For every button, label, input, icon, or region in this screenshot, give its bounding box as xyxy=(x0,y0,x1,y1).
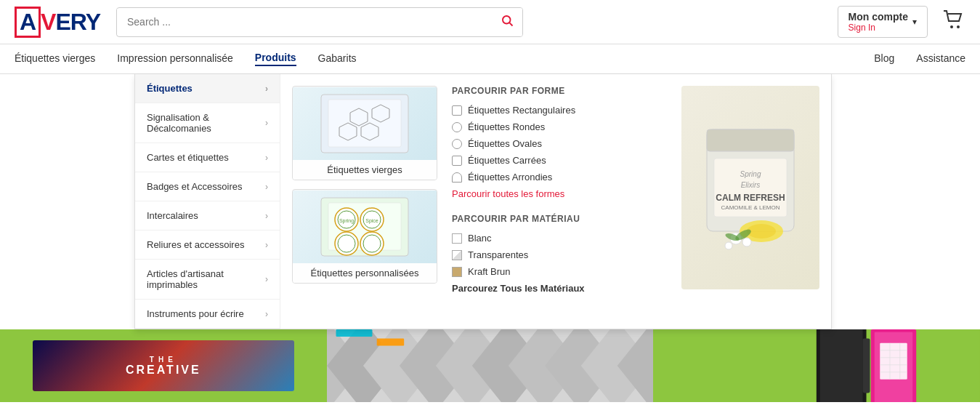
browse-forme-arrondies[interactable]: Étiquettes Arrondies xyxy=(452,172,667,183)
swatch-trans-icon xyxy=(452,250,462,260)
browse-forme-rectangulaires[interactable]: Étiquettes Rectangulaires xyxy=(452,105,667,116)
svg-rect-51 xyxy=(820,329,863,402)
etiquettes-custom-svg: Spring Spice xyxy=(314,194,416,260)
svg-text:Spice: Spice xyxy=(365,218,378,224)
chevron-right-icon: › xyxy=(265,153,268,163)
nav-impression[interactable]: Impression personnalisée xyxy=(117,52,233,65)
browse-materiau-transparentes[interactable]: Transparentes xyxy=(452,249,667,260)
signin-label: Sign In xyxy=(849,23,875,33)
account-text: Mon compte Sign In xyxy=(849,11,908,33)
geo-svg xyxy=(327,329,654,402)
chevron-right-icon: › xyxy=(265,118,268,128)
account-button[interactable]: Mon compte Sign In ▾ xyxy=(838,6,928,38)
sidebar-item-reliures[interactable]: Reliures et accessoires › xyxy=(135,230,280,260)
sidebar-item-intercalaires[interactable]: Intercalaires › xyxy=(135,201,280,230)
nav-bar: Étiquettes vierges Impression personnali… xyxy=(0,44,980,74)
banner-geo[interactable] xyxy=(327,329,654,402)
svg-rect-23 xyxy=(707,129,794,151)
banner-creative-text: CREATIVE xyxy=(126,364,201,377)
browse-materiau-blanc[interactable]: Blanc xyxy=(452,233,667,244)
svg-point-27 xyxy=(742,238,751,246)
browse-item-label: Transparentes xyxy=(468,249,528,260)
header: A VERY Mon compte Sign In ▾ xyxy=(0,0,980,44)
svg-point-28 xyxy=(725,242,732,249)
browse-forme-ovales[interactable]: Étiquettes Ovales xyxy=(452,138,667,149)
sidebar: Étiquettes › Signalisation & Décalcomani… xyxy=(135,74,280,329)
product-tile-custom[interactable]: Spring Spice Étiquettes personnalisées xyxy=(292,189,437,284)
svg-text:Elixirs: Elixirs xyxy=(741,181,761,189)
nav-right: Blog Assistance xyxy=(874,52,965,65)
chevron-down-icon: ▾ xyxy=(912,17,917,27)
parcourir-toutes-formes-link[interactable]: Parcourir toutes les formes xyxy=(452,188,667,199)
sidebar-item-badges[interactable]: Badges et Accessoires › xyxy=(135,172,280,201)
chevron-right-icon: › xyxy=(265,274,268,284)
browse-materiau-kraft[interactable]: Kraft Brun xyxy=(452,266,667,277)
sidebar-label: Étiquettes xyxy=(147,83,193,94)
sidebar-item-instruments[interactable]: Instruments pour écrire › xyxy=(135,300,280,329)
banner-binders[interactable] xyxy=(653,329,980,402)
parcourir-tous-materiaux-link[interactable]: Parcourez Tous les Matériaux xyxy=(452,283,667,294)
account-label: Mon compte xyxy=(849,11,908,23)
svg-point-18 xyxy=(335,232,358,255)
header-right: Mon compte Sign In ▾ xyxy=(838,6,965,38)
svg-rect-49 xyxy=(653,329,980,402)
svg-text:Spring: Spring xyxy=(740,170,761,178)
browse-materiau-title: PARCOURIR PAR MATÉRIAU xyxy=(452,214,667,224)
arch-icon xyxy=(452,172,462,183)
nav-blog[interactable]: Blog xyxy=(874,52,894,65)
chevron-right-icon: › xyxy=(265,240,268,250)
swatch-blanc-icon xyxy=(452,233,462,244)
chevron-right-icon: › xyxy=(265,182,268,192)
logo[interactable]: A VERY xyxy=(15,7,102,38)
svg-point-3 xyxy=(957,25,960,28)
browse-forme-carrees[interactable]: Étiquettes Carrées xyxy=(452,155,667,166)
product-tiles: Étiquettes vierges Spring Spice xyxy=(292,86,437,317)
banners: ThE CREATIVE xyxy=(0,329,980,402)
chevron-right-icon: › xyxy=(265,211,268,221)
swatch-kraft-icon xyxy=(452,267,462,277)
svg-rect-47 xyxy=(336,329,372,337)
sidebar-item-artisanat[interactable]: Articles d'artisanat imprimables › xyxy=(135,260,280,300)
etiquettes-vierges-svg xyxy=(314,91,416,156)
browse-item-label: Étiquettes Rectangulaires xyxy=(468,105,575,116)
nav-gabarits[interactable]: Gabarits xyxy=(318,52,357,65)
sidebar-label: Intercalaires xyxy=(147,210,198,221)
search-input[interactable] xyxy=(117,9,492,35)
svg-rect-52 xyxy=(863,339,870,393)
product-tile-label-vierges: Étiquettes vierges xyxy=(293,160,437,180)
sidebar-item-cartes[interactable]: Cartes et étiquettes › xyxy=(135,143,280,172)
checkbox-icon xyxy=(452,105,462,116)
promo-svg: Spring Elixirs CALM REFRESH CAMOMILE & L… xyxy=(681,86,819,289)
svg-rect-55 xyxy=(880,343,907,380)
nav-produits[interactable]: Produits xyxy=(255,52,296,66)
chevron-right-icon: › xyxy=(265,84,268,94)
search-bar xyxy=(116,7,523,37)
nav-assistance[interactable]: Assistance xyxy=(916,52,965,65)
product-tile-label-custom: Étiquettes personnalisées xyxy=(293,263,437,283)
browse-item-label: Étiquettes Carrées xyxy=(468,155,546,166)
sidebar-label: Instruments pour écrire xyxy=(147,308,244,319)
cart-icon[interactable] xyxy=(942,9,965,34)
svg-point-0 xyxy=(503,16,511,24)
promo-image[interactable]: Spring Elixirs CALM REFRESH CAMOMILE & L… xyxy=(681,86,819,289)
search-button[interactable] xyxy=(492,8,522,36)
svg-text:Spring: Spring xyxy=(339,218,354,224)
product-tile-vierges[interactable]: Étiquettes vierges xyxy=(292,86,437,180)
sidebar-item-signalisation[interactable]: Signalisation & Décalcomanies › xyxy=(135,103,280,143)
svg-point-25 xyxy=(747,224,776,238)
svg-point-20 xyxy=(360,232,384,255)
browse-forme-rondes[interactable]: Étiquettes Rondes xyxy=(452,121,667,132)
sidebar-item-etiquettes[interactable]: Étiquettes › xyxy=(135,74,280,103)
radio-icon xyxy=(452,139,462,149)
browse-item-label: Étiquettes Arrondies xyxy=(468,172,552,183)
product-tile-img-custom: Spring Spice xyxy=(293,191,437,263)
svg-text:CALM REFRESH: CALM REFRESH xyxy=(716,193,785,203)
nav-etiquettes-vierges[interactable]: Étiquettes vierges xyxy=(15,52,95,65)
checkbox-icon xyxy=(452,156,462,166)
banner-the-creative[interactable]: ThE CREATIVE xyxy=(0,329,327,402)
svg-point-2 xyxy=(950,25,953,28)
sidebar-label: Reliures et accessoires xyxy=(147,239,244,250)
chevron-right-icon: › xyxy=(265,309,268,319)
sidebar-label: Signalisation & Décalcomanies xyxy=(147,112,265,134)
radio-icon xyxy=(452,122,462,132)
